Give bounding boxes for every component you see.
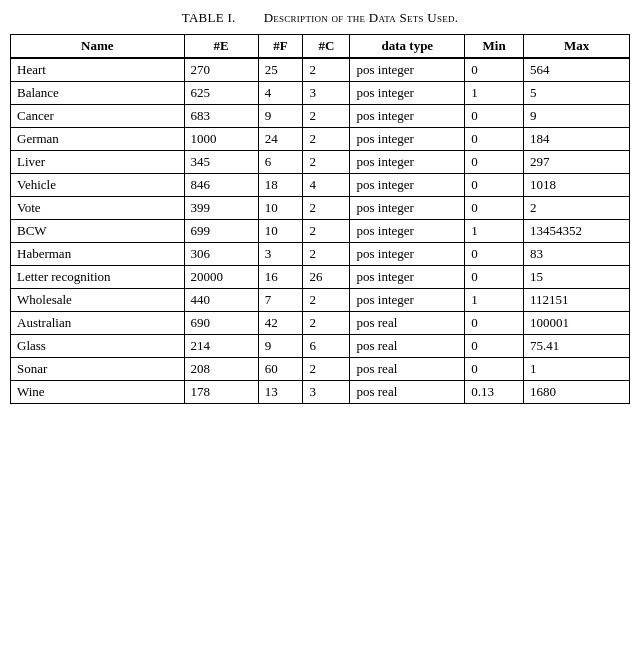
table-cell: Sonar	[11, 358, 185, 381]
table-cell: 0	[465, 197, 524, 220]
table-cell: 2	[303, 197, 350, 220]
table-cell: 2	[303, 105, 350, 128]
table-cell: 1	[465, 220, 524, 243]
table-label: TABLE I.	[182, 10, 236, 25]
table-cell: 4	[303, 174, 350, 197]
table-cell: 18	[258, 174, 303, 197]
table-cell: 625	[184, 82, 258, 105]
table-cell: 10	[258, 220, 303, 243]
table-cell: 15	[524, 266, 630, 289]
table-cell: 4	[258, 82, 303, 105]
table-cell: Glass	[11, 335, 185, 358]
table-cell: 208	[184, 358, 258, 381]
table-cell: 75.41	[524, 335, 630, 358]
table-cell: BCW	[11, 220, 185, 243]
table-cell: 2	[303, 243, 350, 266]
table-cell: 2	[524, 197, 630, 220]
table-row: Sonar208602pos real01	[11, 358, 630, 381]
table-header-row: Name#E#F#Cdata typeMinMax	[11, 35, 630, 59]
table-row: BCW699102pos integer113454352	[11, 220, 630, 243]
table-cell: 0	[465, 312, 524, 335]
table-row: Glass21496pos real075.41	[11, 335, 630, 358]
table-cell: 5	[524, 82, 630, 105]
table-cell: 2	[303, 151, 350, 174]
table-cell: 214	[184, 335, 258, 358]
table-row: German1000242pos integer0184	[11, 128, 630, 151]
table-cell: 1680	[524, 381, 630, 404]
table-cell: 83	[524, 243, 630, 266]
table-cell: pos real	[350, 312, 465, 335]
table-cell: pos real	[350, 358, 465, 381]
table-cell: 440	[184, 289, 258, 312]
table-cell: 1000	[184, 128, 258, 151]
table-cell: German	[11, 128, 185, 151]
table-cell: 297	[524, 151, 630, 174]
table-cell: Wholesale	[11, 289, 185, 312]
table-cell: 2	[303, 128, 350, 151]
table-cell: 13	[258, 381, 303, 404]
table-cell: 2	[303, 58, 350, 82]
table-cell: 9	[524, 105, 630, 128]
table-description: Description of the Data Sets Used.	[264, 10, 459, 25]
table-cell: 100001	[524, 312, 630, 335]
table-cell: 0	[465, 243, 524, 266]
table-cell: 683	[184, 105, 258, 128]
table-cell: 9	[258, 335, 303, 358]
table-cell: Liver	[11, 151, 185, 174]
table-cell: Letter recognition	[11, 266, 185, 289]
table-cell: 564	[524, 58, 630, 82]
table-cell: pos real	[350, 335, 465, 358]
table-cell: 10	[258, 197, 303, 220]
table-cell: 26	[303, 266, 350, 289]
table-body: Heart270252pos integer0564Balance62543po…	[11, 58, 630, 404]
table-cell: 0	[465, 174, 524, 197]
column-header: #F	[258, 35, 303, 59]
table-cell: pos integer	[350, 197, 465, 220]
column-header: Min	[465, 35, 524, 59]
table-cell: pos integer	[350, 128, 465, 151]
table-cell: 699	[184, 220, 258, 243]
data-table: Name#E#F#Cdata typeMinMax Heart270252pos…	[10, 34, 630, 404]
table-cell: pos integer	[350, 82, 465, 105]
table-cell: Wine	[11, 381, 185, 404]
table-cell: 0.13	[465, 381, 524, 404]
table-cell: 2	[303, 220, 350, 243]
table-cell: 270	[184, 58, 258, 82]
table-cell: Vote	[11, 197, 185, 220]
table-cell: pos integer	[350, 243, 465, 266]
table-title: TABLE I. Description of the Data Sets Us…	[10, 10, 630, 26]
column-header: #E	[184, 35, 258, 59]
table-cell: pos integer	[350, 151, 465, 174]
table-row: Vehicle846184pos integer01018	[11, 174, 630, 197]
table-cell: 112151	[524, 289, 630, 312]
table-cell: Australian	[11, 312, 185, 335]
table-cell: 1	[465, 82, 524, 105]
table-row: Vote399102pos integer02	[11, 197, 630, 220]
table-row: Australian690422pos real0100001	[11, 312, 630, 335]
table-cell: 3	[303, 82, 350, 105]
table-cell: 16	[258, 266, 303, 289]
table-cell: 6	[258, 151, 303, 174]
table-cell: 1018	[524, 174, 630, 197]
table-row: Heart270252pos integer0564	[11, 58, 630, 82]
table-cell: pos integer	[350, 220, 465, 243]
page-wrapper: TABLE I. Description of the Data Sets Us…	[10, 10, 630, 404]
table-row: Letter recognition200001626pos integer01…	[11, 266, 630, 289]
table-cell: 24	[258, 128, 303, 151]
table-cell: Balance	[11, 82, 185, 105]
table-cell: 345	[184, 151, 258, 174]
table-cell: 13454352	[524, 220, 630, 243]
table-cell: pos integer	[350, 266, 465, 289]
table-cell: 42	[258, 312, 303, 335]
table-cell: 7	[258, 289, 303, 312]
table-row: Wine178133pos real0.131680	[11, 381, 630, 404]
table-cell: 1	[465, 289, 524, 312]
table-cell: 6	[303, 335, 350, 358]
table-cell: 178	[184, 381, 258, 404]
table-row: Liver34562pos integer0297	[11, 151, 630, 174]
table-cell: pos integer	[350, 58, 465, 82]
table-cell: Haberman	[11, 243, 185, 266]
table-cell: 184	[524, 128, 630, 151]
table-cell: Heart	[11, 58, 185, 82]
table-cell: Cancer	[11, 105, 185, 128]
